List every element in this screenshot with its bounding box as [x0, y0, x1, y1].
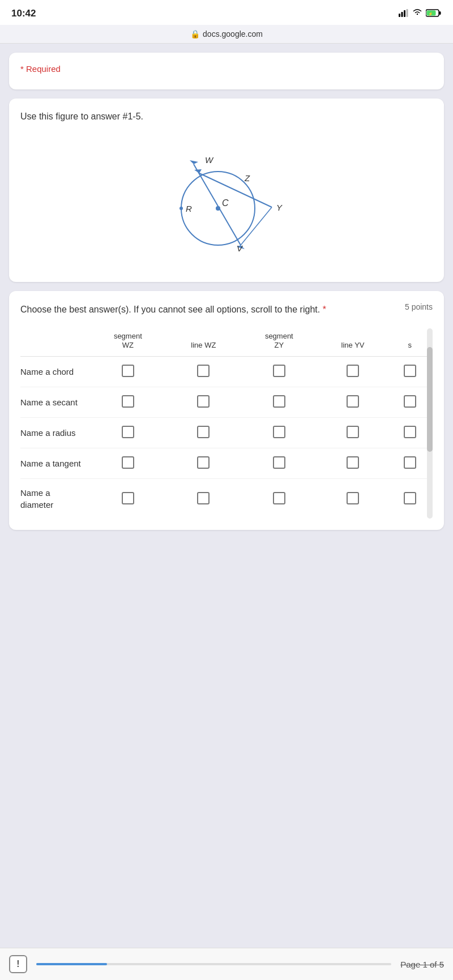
- checkbox-diameter-line-yv[interactable]: [347, 492, 359, 504]
- cell-diameter-line-wz: [168, 479, 240, 519]
- svg-rect-1: [401, 12, 403, 17]
- cell-diameter-line-yv: [319, 479, 387, 519]
- checkbox-chord-line-yv[interactable]: [347, 365, 359, 377]
- row-label-diameter: Name a diameter: [20, 479, 88, 519]
- checkbox-secant-line-wz[interactable]: [197, 395, 210, 408]
- cell-secant-line-wz: [168, 387, 240, 418]
- progress-bar-fill: [36, 963, 107, 965]
- battery-icon: ⚡: [426, 8, 442, 19]
- cell-chord-seg-zy: [240, 357, 319, 387]
- table-row: Name a radius: [20, 418, 433, 448]
- svg-rect-5: [439, 11, 441, 15]
- cell-diameter-s: [387, 479, 433, 519]
- checkbox-tangent-line-wz[interactable]: [197, 456, 210, 469]
- row-label-secant: Name a secant: [20, 387, 88, 418]
- svg-text:W: W: [205, 155, 214, 165]
- figure-description: Use this figure to answer #1-5.: [20, 110, 433, 123]
- cell-radius-s: [387, 418, 433, 448]
- cell-tangent-s: [387, 448, 433, 479]
- progress-bar-container: [36, 963, 391, 965]
- checkbox-radius-line-wz[interactable]: [197, 426, 210, 438]
- cell-chord-seg-wz: [88, 357, 168, 387]
- browser-url: 🔒 docs.google.com: [190, 29, 263, 38]
- url-text: docs.google.com: [203, 29, 263, 38]
- answer-grid: segment WZ line WZ segment ZY line YV: [20, 328, 433, 519]
- table-header-row: segment WZ line WZ segment ZY line YV: [20, 328, 433, 357]
- cell-tangent-seg-wz: [88, 448, 168, 479]
- row-label-radius: Name a radius: [20, 418, 88, 448]
- cell-secant-seg-zy: [240, 387, 319, 418]
- svg-text:C: C: [222, 198, 229, 208]
- svg-text:⚡: ⚡: [428, 11, 433, 16]
- question-card: Choose the best answer(s). If you cannot…: [9, 291, 444, 530]
- exclamation-button[interactable]: !: [9, 955, 27, 973]
- checkbox-radius-seg-wz[interactable]: [122, 426, 134, 438]
- checkbox-tangent-line-yv[interactable]: [347, 456, 359, 469]
- signal-icon: [399, 9, 409, 19]
- cell-tangent-seg-zy: [240, 448, 319, 479]
- page-indicator: Page 1 of 5: [400, 960, 444, 969]
- table-row: Name a diameter: [20, 479, 433, 519]
- svg-line-14: [199, 173, 272, 207]
- lock-icon: 🔒: [190, 29, 200, 38]
- checkbox-chord-s[interactable]: [404, 365, 416, 377]
- checkbox-tangent-seg-wz[interactable]: [122, 456, 134, 469]
- checkbox-secant-s[interactable]: [404, 395, 416, 408]
- checkbox-diameter-s[interactable]: [404, 492, 416, 504]
- svg-text:Y: Y: [276, 203, 283, 212]
- cell-radius-line-wz: [168, 418, 240, 448]
- figure-container: C W Z Y R V: [20, 135, 433, 271]
- cell-diameter-seg-zy: [240, 479, 319, 519]
- checkbox-diameter-line-wz[interactable]: [197, 492, 210, 504]
- svg-rect-2: [404, 10, 405, 17]
- svg-point-22: [180, 207, 183, 210]
- svg-marker-15: [194, 169, 202, 173]
- checkbox-chord-seg-wz[interactable]: [122, 365, 134, 377]
- question-text: Choose the best answer(s). If you cannot…: [20, 302, 405, 317]
- checkbox-chord-line-wz[interactable]: [197, 365, 210, 377]
- checkbox-chord-seg-zy[interactable]: [273, 365, 285, 377]
- svg-text:Z: Z: [244, 173, 250, 183]
- checkbox-tangent-seg-zy[interactable]: [273, 456, 285, 469]
- checkbox-radius-s[interactable]: [404, 426, 416, 438]
- col-header-line-wz: line WZ: [168, 328, 240, 357]
- grid-wrapper: segment WZ line WZ segment ZY line YV: [20, 328, 433, 519]
- checkbox-diameter-seg-wz[interactable]: [122, 492, 134, 504]
- browser-bar: 🔒 docs.google.com: [0, 25, 453, 44]
- cell-tangent-line-wz: [168, 448, 240, 479]
- cell-secant-s: [387, 387, 433, 418]
- status-time: 10:42: [11, 8, 36, 19]
- figure-card: Use this figure to answer #1-5. C: [9, 99, 444, 282]
- status-icons: ⚡: [399, 8, 442, 19]
- col-header-line-yv: line YV: [319, 328, 387, 357]
- cell-diameter-seg-wz: [88, 479, 168, 519]
- status-bar: 10:42 ⚡: [0, 0, 453, 25]
- svg-rect-0: [399, 14, 400, 17]
- required-star: *: [323, 305, 326, 314]
- svg-line-11: [194, 164, 241, 245]
- checkbox-secant-line-yv[interactable]: [347, 395, 359, 408]
- row-label-tangent: Name a tangent: [20, 448, 88, 479]
- svg-text:R: R: [186, 204, 192, 213]
- cell-secant-seg-wz: [88, 387, 168, 418]
- checkbox-tangent-s[interactable]: [404, 456, 416, 469]
- svg-line-16: [241, 207, 272, 245]
- col-header-empty: [20, 328, 88, 357]
- col-header-seg-zy: segment ZY: [240, 328, 319, 357]
- col-header-seg-wz: segment WZ: [88, 328, 168, 357]
- checkbox-radius-seg-zy[interactable]: [273, 426, 285, 438]
- cell-radius-seg-wz: [88, 418, 168, 448]
- cell-secant-line-yv: [319, 387, 387, 418]
- scroll-area: * Required Use this figure to answer #1-…: [0, 53, 453, 607]
- table-row: Name a tangent: [20, 448, 433, 479]
- checkbox-secant-seg-wz[interactable]: [122, 395, 134, 408]
- bottom-bar: ! Page 1 of 5: [0, 948, 453, 980]
- cell-chord-s: [387, 357, 433, 387]
- cell-chord-line-yv: [319, 357, 387, 387]
- geometry-figure: C W Z Y R V: [153, 140, 300, 265]
- checkbox-secant-seg-zy[interactable]: [273, 395, 285, 408]
- points-label: 5 points: [405, 302, 433, 311]
- checkbox-radius-line-yv[interactable]: [347, 426, 359, 438]
- checkbox-diameter-seg-zy[interactable]: [273, 492, 285, 504]
- wifi-icon: [412, 8, 422, 19]
